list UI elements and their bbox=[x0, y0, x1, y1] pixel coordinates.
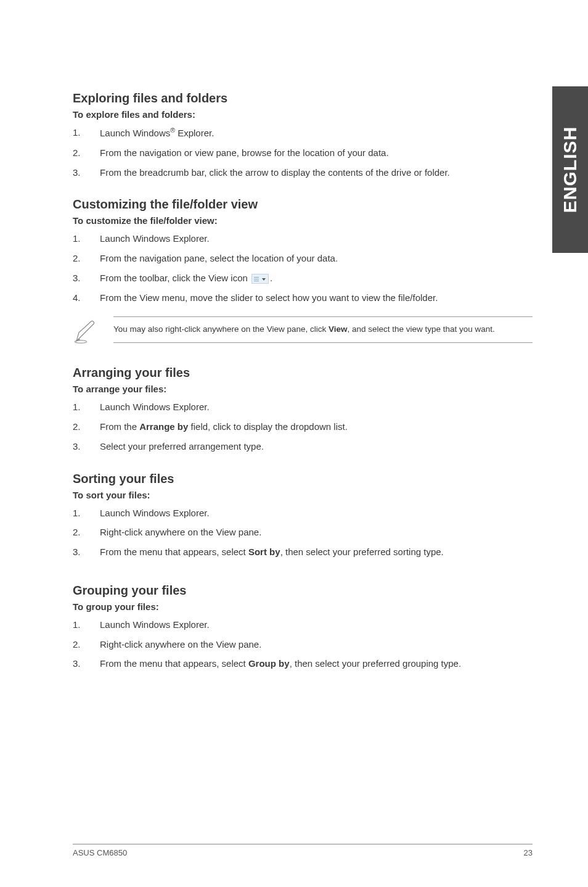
list-item: 3. From the menu that appears, select Gr… bbox=[73, 657, 533, 670]
list-item: 2. Right-click anywhere on the View pane… bbox=[73, 638, 533, 651]
subheading-exploring: To explore files and folders: bbox=[73, 109, 533, 120]
step-text: Right-click anywhere on the View pane. bbox=[100, 638, 533, 651]
footer-left: ASUS CM6850 bbox=[73, 848, 127, 857]
step-text: From the breadcrumb bar, click the arrow… bbox=[100, 166, 533, 179]
step-number: 2. bbox=[73, 638, 81, 651]
list-item: 3. Select your preferred arrangement typ… bbox=[73, 440, 533, 453]
svg-point-0 bbox=[75, 340, 87, 343]
step-text: From the menu that appears, select Sort … bbox=[100, 545, 533, 559]
step-text: From the navigation or view pane, browse… bbox=[100, 146, 533, 160]
subheading-customizing: To customize the file/folder view: bbox=[73, 215, 533, 226]
step-text: Launch Windows Explorer. bbox=[100, 400, 533, 414]
step-number: 2. bbox=[73, 146, 81, 160]
list-item: 1. Launch Windows Explorer. bbox=[73, 618, 533, 632]
step-number: 1. bbox=[73, 126, 81, 140]
step-text: From the Arrange by field, click to disp… bbox=[100, 420, 533, 434]
note-text: You may also right-click anywhere on the… bbox=[113, 316, 533, 342]
step-number: 3. bbox=[73, 545, 81, 559]
list-sorting: 1. Launch Windows Explorer. 2. Right-cli… bbox=[73, 506, 533, 559]
step-text: Launch Windows® Explorer. bbox=[100, 126, 533, 140]
page-footer: ASUS CM6850 23 bbox=[73, 844, 533, 857]
step-number: 2. bbox=[73, 420, 81, 434]
subheading-grouping: To group your files: bbox=[73, 601, 533, 612]
list-exploring: 1. Launch Windows® Explorer. 2. From the… bbox=[73, 126, 533, 179]
heading-customizing: Customizing the file/folder view bbox=[73, 197, 533, 212]
step-number: 1. bbox=[73, 506, 81, 520]
subheading-sorting: To sort your files: bbox=[73, 490, 533, 500]
list-arranging: 1. Launch Windows Explorer. 2. From the … bbox=[73, 400, 533, 453]
step-text: From the View menu, move the slider to s… bbox=[100, 291, 533, 305]
list-item: 2. Right-click anywhere on the View pane… bbox=[73, 526, 533, 539]
step-number: 3. bbox=[73, 440, 81, 453]
step-text: Launch Windows Explorer. bbox=[100, 506, 533, 520]
list-item: 3. From the menu that appears, select So… bbox=[73, 545, 533, 559]
page-content: Exploring files and folders To explore f… bbox=[0, 0, 588, 670]
list-item: 2. From the navigation pane, select the … bbox=[73, 252, 533, 265]
step-text: Select your preferred arrangement type. bbox=[100, 440, 533, 453]
step-text: From the menu that appears, select Group… bbox=[100, 657, 533, 670]
footer-page-number: 23 bbox=[524, 848, 533, 857]
list-item: 4. From the View menu, move the slider t… bbox=[73, 291, 533, 305]
list-item: 2. From the Arrange by field, click to d… bbox=[73, 420, 533, 434]
step-number: 3. bbox=[73, 657, 81, 670]
list-item: 1. Launch Windows Explorer. bbox=[73, 232, 533, 245]
list-item: 1. Launch Windows Explorer. bbox=[73, 400, 533, 414]
step-text: Right-click anywhere on the View pane. bbox=[100, 526, 533, 539]
heading-exploring: Exploring files and folders bbox=[73, 91, 533, 105]
heading-sorting: Sorting your files bbox=[73, 472, 533, 486]
step-number: 3. bbox=[73, 271, 81, 285]
note-block: You may also right-click anywhere on the… bbox=[73, 316, 533, 347]
heading-arranging: Arranging your files bbox=[73, 366, 533, 380]
step-text: From the toolbar, click the View icon . bbox=[100, 271, 533, 285]
subheading-arranging: To arrange your files: bbox=[73, 384, 533, 394]
list-item: 1. Launch Windows Explorer. bbox=[73, 506, 533, 520]
list-item: 3. From the toolbar, click the View icon… bbox=[73, 271, 533, 285]
view-icon bbox=[251, 274, 269, 284]
step-number: 1. bbox=[73, 618, 81, 632]
list-item: 1. Launch Windows® Explorer. bbox=[73, 126, 533, 140]
step-number: 1. bbox=[73, 232, 81, 245]
step-number: 2. bbox=[73, 526, 81, 539]
heading-grouping: Grouping your files bbox=[73, 584, 533, 598]
list-customizing: 1. Launch Windows Explorer. 2. From the … bbox=[73, 232, 533, 304]
pencil-icon bbox=[73, 316, 99, 347]
step-text: Launch Windows Explorer. bbox=[100, 232, 533, 245]
step-number: 1. bbox=[73, 400, 81, 414]
step-number: 4. bbox=[73, 291, 81, 305]
step-text: From the navigation pane, select the loc… bbox=[100, 252, 533, 265]
step-number: 3. bbox=[73, 166, 81, 179]
list-item: 2. From the navigation or view pane, bro… bbox=[73, 146, 533, 160]
step-number: 2. bbox=[73, 252, 81, 265]
list-item: 3. From the breadcrumb bar, click the ar… bbox=[73, 166, 533, 179]
step-text: Launch Windows Explorer. bbox=[100, 618, 533, 632]
list-grouping: 1. Launch Windows Explorer. 2. Right-cli… bbox=[73, 618, 533, 670]
